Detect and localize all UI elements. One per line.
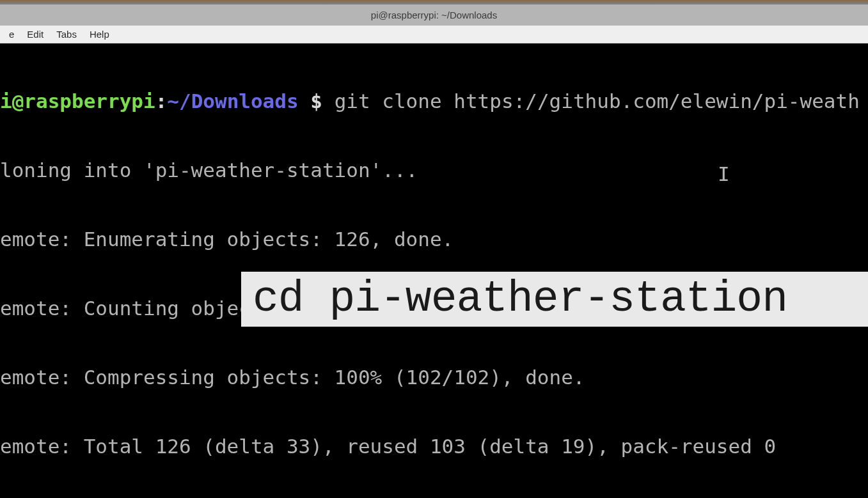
menu-help[interactable]: Help [83, 26, 116, 42]
output-line: loning into 'pi-weather-station'... [0, 159, 868, 182]
prompt-line-1: i@raspberrypi:~/Downloads $ git clone ht… [0, 89, 868, 113]
caption-overlay: cd pi-weather-station [241, 272, 868, 327]
menu-help-label: Help [90, 29, 109, 40]
menu-edit[interactable]: Edit [20, 26, 50, 42]
caption-text: cd pi-weather-station [253, 274, 787, 323]
menu-bar: e Edit Tabs Help [0, 26, 868, 43]
output-line: emote: Total 126 (delta 33), reused 103 … [0, 435, 868, 458]
prompt-path: ~/Downloads [167, 89, 298, 113]
window-title-inner: pi@raspberrypi: ~/Downloads [0, 4, 868, 26]
output-line: emote: Compressing objects: 100% (102/10… [0, 366, 868, 389]
prompt-sep: : [155, 89, 168, 113]
window-title-bar[interactable]: pi@raspberrypi: ~/Downloads [0, 0, 868, 26]
menu-tabs[interactable]: Tabs [50, 26, 83, 42]
menu-tabs-label: Tabs [56, 29, 77, 40]
prompt-dollar: $ [299, 89, 335, 113]
menu-file-label: e [9, 29, 14, 40]
menu-edit-label: Edit [27, 29, 43, 40]
window-title-text: pi@raspberrypi: ~/Downloads [371, 10, 497, 20]
output-line: emote: Enumerating objects: 126, done. [0, 228, 868, 251]
command-text: git clone https://github.com/elewin/pi-w… [335, 89, 860, 113]
prompt-user: i@raspberrypi [0, 89, 155, 113]
terminal-area[interactable]: i@raspberrypi:~/Downloads $ git clone ht… [0, 43, 868, 498]
menu-file[interactable]: e [3, 26, 20, 42]
